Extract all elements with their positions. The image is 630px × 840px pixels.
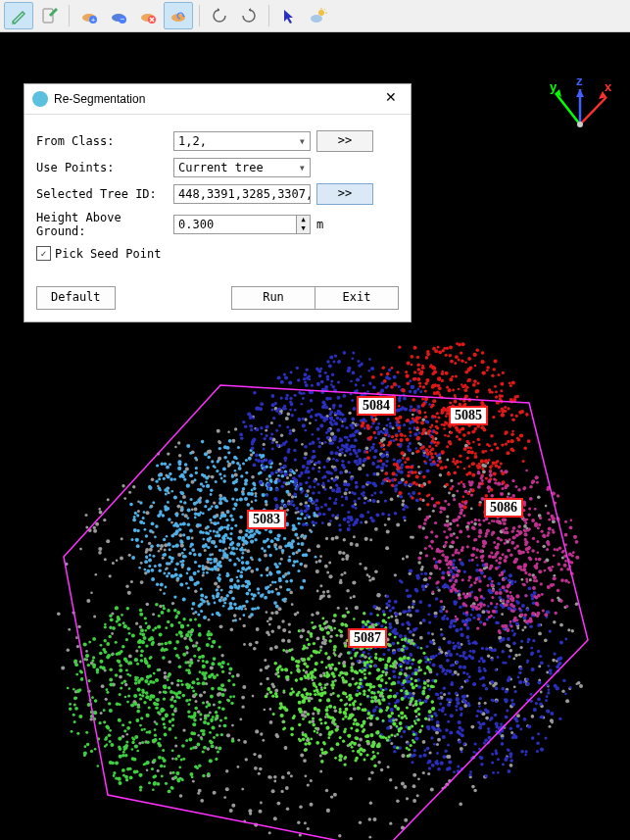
tree-label-5087[interactable]: 5087 (348, 628, 387, 648)
svg-point-705 (338, 551, 342, 555)
tree-label-5083[interactable]: 5083 (247, 510, 286, 529)
pick-seed-checkbox[interactable]: ✓ (36, 246, 51, 261)
selected-tree-input[interactable]: 448,3391,3285,3307,3360 (173, 184, 311, 204)
svg-point-3818 (509, 554, 512, 557)
svg-point-2992 (391, 435, 394, 438)
exit-button[interactable]: Exit (315, 286, 399, 310)
svg-point-4116 (110, 618, 114, 621)
svg-point-3458 (478, 463, 481, 466)
tree-label-5084[interactable]: 5084 (357, 396, 396, 416)
cloud-sun-icon[interactable] (305, 3, 332, 28)
close-icon[interactable]: ✕ (379, 89, 403, 109)
svg-point-954 (409, 614, 412, 618)
selected-tree-pick-button[interactable]: >> (316, 183, 373, 205)
svg-point-3251 (458, 343, 461, 347)
svg-point-4382 (137, 705, 141, 709)
svg-point-5059 (412, 659, 414, 662)
svg-point-3400 (481, 450, 485, 454)
svg-point-2324 (550, 712, 554, 716)
toolbar-separator (199, 5, 200, 26)
rotate-ccw-icon[interactable] (206, 3, 233, 28)
svg-point-3316 (402, 388, 405, 391)
svg-point-1109 (245, 561, 249, 565)
default-button[interactable]: Default (36, 286, 116, 310)
svg-point-3463 (430, 540, 434, 544)
svg-point-2707 (453, 770, 456, 773)
svg-point-3334 (495, 391, 498, 394)
svg-point-4155 (111, 654, 114, 657)
svg-point-3049 (486, 369, 489, 371)
svg-point-3359 (500, 382, 504, 386)
svg-point-3661 (538, 569, 542, 573)
cloud-add-icon[interactable]: + (75, 3, 103, 28)
svg-point-1982 (339, 418, 343, 421)
svg-point-1599 (301, 542, 305, 546)
svg-point-1659 (233, 563, 237, 567)
svg-point-2385 (493, 617, 496, 619)
svg-point-4165 (76, 732, 79, 735)
cloud-refresh-icon[interactable] (164, 2, 193, 29)
svg-point-3547 (538, 558, 542, 562)
from-class-combo[interactable]: 1,2, (173, 131, 311, 151)
svg-point-1913 (299, 482, 303, 486)
svg-point-2126 (321, 390, 325, 394)
svg-point-2112 (250, 428, 253, 431)
dialog-titlebar[interactable]: Re-Segmentation ✕ (24, 84, 411, 115)
svg-point-600 (268, 617, 272, 620)
run-button[interactable]: Run (231, 286, 315, 310)
svg-point-349 (445, 782, 449, 786)
svg-point-1934 (364, 420, 367, 422)
svg-point-3411 (481, 360, 485, 364)
svg-point-3361 (477, 467, 480, 469)
svg-point-2308 (413, 390, 417, 394)
tree-label-5085[interactable]: 5085 (449, 406, 488, 425)
use-points-combo[interactable]: Current tree (173, 158, 311, 177)
tree-label-5086[interactable]: 5086 (484, 498, 523, 518)
svg-point-3706 (479, 549, 483, 553)
pointer-tool-icon[interactable] (275, 3, 303, 28)
cloud-delete-icon[interactable] (134, 3, 162, 28)
svg-point-4253 (168, 727, 171, 731)
svg-point-1233 (281, 474, 285, 478)
svg-point-1143 (262, 593, 265, 596)
svg-point-3089 (437, 384, 441, 388)
svg-point-4126 (140, 716, 143, 719)
svg-point-2368 (445, 750, 448, 753)
spinner-buttons[interactable]: ▲▼ (296, 216, 310, 233)
svg-point-282 (326, 571, 329, 574)
svg-point-3309 (449, 401, 452, 404)
svg-point-3993 (181, 683, 184, 686)
svg-point-4278 (99, 666, 103, 669)
height-spinner[interactable]: 0.300 ▲▼ (173, 215, 311, 234)
svg-point-4491 (74, 663, 78, 667)
svg-point-4304 (170, 690, 173, 694)
pencil-tool-icon[interactable] (4, 2, 33, 29)
svg-point-1631 (298, 549, 302, 553)
svg-point-1221 (260, 573, 263, 576)
axis-widget[interactable]: y z x (544, 75, 616, 148)
cloud-remove-icon[interactable]: − (105, 3, 132, 28)
svg-point-4374 (162, 656, 166, 660)
svg-point-2681 (484, 774, 488, 778)
svg-point-4143 (180, 624, 184, 628)
svg-point-4518 (361, 654, 364, 658)
svg-point-4955 (355, 722, 359, 726)
viewport-3d[interactable]: 5083 5084 5085 5086 5087 y z x Re-Segmen… (0, 32, 630, 840)
svg-point-3753 (526, 580, 529, 583)
svg-point-2700 (438, 709, 441, 712)
svg-point-2921 (425, 645, 428, 648)
svg-point-2872 (388, 703, 391, 706)
svg-point-1563 (231, 547, 235, 551)
svg-point-3914 (491, 596, 494, 599)
svg-point-3671 (505, 555, 509, 559)
svg-point-4394 (89, 703, 92, 706)
svg-point-2584 (498, 596, 502, 600)
edit-page-icon[interactable] (35, 3, 63, 28)
svg-point-3779 (507, 484, 509, 487)
svg-point-2206 (255, 407, 259, 411)
svg-point-1338 (257, 587, 261, 591)
svg-point-3045 (413, 377, 416, 380)
from-class-pick-button[interactable]: >> (316, 130, 373, 152)
rotate-cw-icon[interactable] (235, 3, 263, 28)
svg-point-4299 (221, 670, 224, 673)
